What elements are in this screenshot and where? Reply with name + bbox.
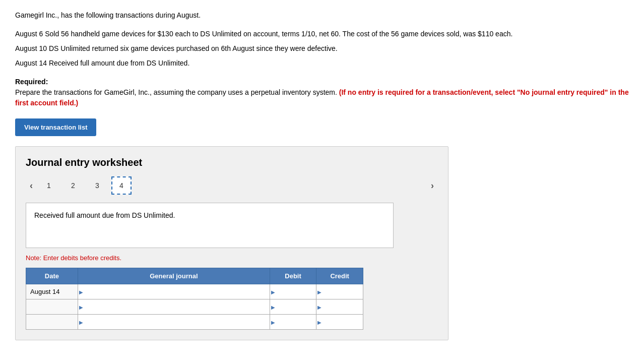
row-1-credit-input[interactable] xyxy=(320,288,359,295)
row-1-journal-input[interactable] xyxy=(82,288,266,295)
worksheet-title: Journal entry worksheet xyxy=(26,157,438,168)
required-body-text: Prepare the transactions for GameGirl, I… xyxy=(15,88,337,96)
row-2-debit-cell[interactable] xyxy=(270,299,316,315)
transaction-2-text: August 10 DS Unlimited returned six game… xyxy=(15,43,629,54)
row-1-debit-input[interactable] xyxy=(274,288,312,295)
page-1-button[interactable]: 1 xyxy=(39,176,59,195)
row-3-debit-cell[interactable] xyxy=(270,315,316,330)
row-2-credit-cell[interactable] xyxy=(316,299,363,315)
col-header-date: Date xyxy=(26,268,78,284)
next-page-button[interactable]: › xyxy=(427,178,438,193)
row-3-credit-input[interactable] xyxy=(320,318,359,326)
note-text: Note: Enter debits before credits. xyxy=(26,254,438,262)
required-label: Required: xyxy=(15,78,48,86)
journal-table: Date General journal Debit Credit August… xyxy=(26,268,363,330)
view-transaction-list-button[interactable]: View transaction list xyxy=(15,118,96,136)
row-3-debit-input[interactable] xyxy=(274,318,312,326)
row-2-journal-input[interactable] xyxy=(82,303,266,311)
transaction-description-text: Received full amount due from DS Unlimit… xyxy=(34,211,175,219)
col-header-general-journal: General journal xyxy=(78,268,270,284)
transaction-3-text: August 14 Received full amount due from … xyxy=(15,58,629,69)
col-header-credit: Credit xyxy=(316,268,363,284)
row-2-date xyxy=(26,299,78,315)
row-1-credit-cell[interactable] xyxy=(316,284,363,299)
row-3-journal-cell[interactable] xyxy=(78,315,270,330)
row-1-debit-cell[interactable] xyxy=(270,284,316,299)
table-row xyxy=(26,315,363,330)
row-3-credit-cell[interactable] xyxy=(316,315,363,330)
row-3-date xyxy=(26,315,78,330)
row-3-journal-input[interactable] xyxy=(82,318,266,326)
intro-text: Gamegirl Inc., has the following transac… xyxy=(15,10,629,21)
table-row xyxy=(26,299,363,315)
required-section: Required: Prepare the transactions for G… xyxy=(15,77,629,108)
col-header-debit: Debit xyxy=(270,268,316,284)
row-1-journal-cell[interactable] xyxy=(78,284,270,299)
row-2-journal-cell[interactable] xyxy=(78,299,270,315)
transaction-description-box: Received full amount due from DS Unlimit… xyxy=(26,203,394,248)
transaction-1-text: August 6 Sold 56 handheld game devices f… xyxy=(15,29,629,39)
row-2-credit-input[interactable] xyxy=(320,303,359,311)
page-3-button[interactable]: 3 xyxy=(87,176,107,195)
journal-entry-worksheet: Journal entry worksheet ‹ 1 2 3 4 › Rece… xyxy=(15,146,448,340)
row-2-debit-input[interactable] xyxy=(274,303,312,311)
prev-page-button[interactable]: ‹ xyxy=(26,178,37,193)
page-navigation: ‹ 1 2 3 4 › xyxy=(26,176,438,195)
row-1-date: August 14 xyxy=(26,284,78,299)
table-row: August 14 xyxy=(26,284,363,299)
page-2-button[interactable]: 2 xyxy=(63,176,83,195)
page-4-button[interactable]: 4 xyxy=(111,176,132,195)
description-block: Gamegirl Inc., has the following transac… xyxy=(15,10,629,69)
